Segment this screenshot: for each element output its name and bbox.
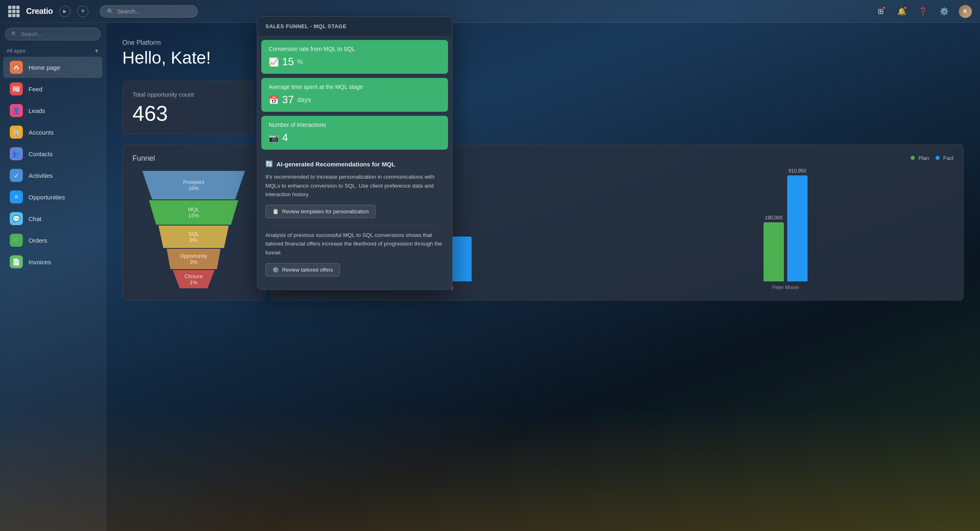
popup-header: SALES FUNNEL - MQL STAGE — [257, 17, 452, 36]
funnel-card[interactable]: Funnel Prospect 16% MQL 15% ↖ SQL 8% — [122, 144, 265, 301]
sidebar-item-label-leads: Leads — [29, 107, 45, 114]
closure-pct: 1% — [190, 279, 198, 285]
sidebar-item-label-opportunities: Opportunities — [29, 194, 65, 201]
notifications-icon[interactable]: 🔔 — [895, 5, 908, 18]
funnel-stage-sql[interactable]: SQL 8% — [154, 226, 234, 248]
sidebar-item-accounts[interactable]: 🏢 Accounts — [3, 122, 102, 143]
sidebar-item-activities[interactable]: ✓ Activities — [3, 165, 102, 186]
sales-funnel-popup[interactable]: SALES FUNNEL - MQL STAGE Conversion rate… — [257, 16, 452, 290]
user-avatar[interactable]: K — [959, 5, 972, 18]
leads-icon: 👤 — [10, 104, 23, 117]
legend-fact-dot — [936, 156, 940, 160]
popup-ai-header: 🔄 AI-generated Recommendations for MQL — [265, 160, 444, 168]
bar-2-fact — [787, 175, 808, 281]
accounts-icon: 🏢 — [10, 126, 23, 139]
sidebar-item-label-invoices: Invoices — [29, 259, 51, 266]
tailored-btn-icon: ⚙️ — [272, 267, 279, 273]
funnel-container: Prospect 16% MQL 15% ↖ SQL 8% Opportunit… — [132, 171, 255, 288]
sidebar-item-contacts[interactable]: 👥 Contacts — [3, 143, 102, 164]
cards-row: Total opportunity count 463 Open opportu… — [122, 81, 964, 134]
sidebar-item-label-contacts: Contacts — [29, 150, 53, 157]
funnel-stage-closure[interactable]: Closure 1% — [170, 270, 217, 288]
closure-label: Closure — [185, 273, 203, 279]
opportunity-count-card[interactable]: Total opportunity count 463 — [122, 81, 253, 134]
search-icon: 🔍 — [107, 8, 114, 15]
notifications-badge — [903, 6, 907, 10]
bar-group-2: 190,000 910,950 Peter Moore — [626, 175, 945, 290]
greeting-subtitle: One Platform — [122, 39, 964, 46]
bar-1-fact — [451, 237, 472, 281]
add-button[interactable]: + — [77, 6, 88, 17]
opportunities-icon: ≡ — [10, 190, 23, 204]
popup-recommendation-2-text: Analysis of previous successful MQL to S… — [265, 231, 444, 257]
app-logo[interactable]: Creatio — [26, 7, 53, 16]
bar-pair-2: 190,000 910,950 — [764, 175, 808, 281]
sidebar-item-label-activities: Activities — [29, 172, 53, 179]
activities-icon: ✓ — [10, 169, 23, 182]
bar-2-fact-value: 910,950 — [788, 168, 806, 174]
mql-label: MQL — [188, 206, 199, 212]
popup-metric-interactions-value: 📷 4 — [269, 131, 441, 144]
sidebar-item-label-feed: Feed — [29, 86, 42, 93]
sidebar-item-chat[interactable]: 💬 Chat — [3, 208, 102, 229]
opportunity-count-value: 463 — [132, 103, 243, 124]
popup-metric-time[interactable]: Average time spent at the MQL stage 📅 37… — [261, 78, 448, 112]
feed-icon: 📰 — [10, 82, 23, 95]
popup-metric-conversion-label: Conversion rate from MQL to SQL — [269, 46, 441, 52]
chat-icon: 💬 — [10, 212, 23, 225]
sidebar-search[interactable]: 🔍 — [5, 28, 101, 40]
bar-2-plan — [764, 222, 784, 281]
mql-pct: 15% — [188, 212, 199, 219]
opportunity-pct: 3% — [190, 259, 198, 265]
home-icon: 🏠 — [10, 61, 23, 74]
dashboard-icon[interactable]: ⊞ — [874, 5, 887, 18]
sidebar-item-invoices[interactable]: 📄 Invoices — [3, 251, 102, 272]
sidebar-item-label-accounts: Accounts — [29, 129, 54, 136]
chart-legend: Plan Fact — [911, 155, 954, 161]
settings-icon[interactable]: ⚙️ — [938, 5, 951, 18]
sidebar-search-input[interactable] — [21, 31, 95, 37]
ai-icon: 🔄 — [265, 160, 273, 168]
prospect-pct: 16% — [188, 185, 199, 191]
interactions-icon: 📷 — [269, 133, 279, 143]
funnel-title: Funnel — [132, 154, 255, 163]
sidebar-section-all-apps[interactable]: All apps ▼ — [0, 45, 106, 56]
bottom-row: Funnel Prospect 16% MQL 15% ↖ SQL 8% — [122, 144, 964, 301]
sidebar-item-home[interactable]: 🏠 Home page — [3, 57, 102, 78]
prospect-label: Prospect — [183, 179, 204, 185]
topbar-search[interactable]: 🔍 — [100, 5, 198, 18]
greeting-title: Hello, Kate! — [122, 48, 964, 68]
opportunity-label: Opportunity — [180, 253, 207, 259]
conversion-unit: % — [297, 58, 303, 66]
play-button[interactable]: ▶ — [59, 6, 71, 17]
funnel-stage-prospect[interactable]: Prospect 16% — [132, 171, 255, 199]
sidebar-item-orders[interactable]: 🛒 Orders — [3, 230, 102, 251]
sidebar-item-label-home: Home page — [29, 64, 60, 71]
sidebar-item-label-orders: Orders — [29, 237, 47, 244]
main-content: One Platform Hello, Kate! Total opportun… — [106, 23, 980, 531]
funnel-stage-mql[interactable]: MQL 15% ↖ — [142, 200, 246, 225]
popup-metric-time-label: Average time spent at the MQL stage — [269, 84, 441, 90]
sql-label: SQL — [188, 231, 199, 237]
sidebar-item-label-chat: Chat — [29, 215, 42, 222]
contacts-icon: 👥 — [10, 147, 23, 160]
sidebar-item-feed[interactable]: 📰 Feed — [3, 78, 102, 100]
review-tailored-offers-button[interactable]: ⚙️ Review tailored offers — [265, 263, 340, 277]
dashboard-badge — [882, 6, 886, 10]
sidebar-item-opportunities[interactable]: ≡ Opportunities — [3, 186, 102, 208]
popup-divider — [274, 225, 436, 225]
sidebar-item-leads[interactable]: 👤 Leads — [3, 100, 102, 121]
time-icon: 📅 — [269, 95, 279, 105]
grid-icon[interactable] — [8, 6, 20, 17]
topbar-search-input[interactable] — [117, 8, 191, 15]
templates-btn-icon: 📋 — [272, 208, 279, 215]
review-templates-button[interactable]: 📋 Review templates for personalization — [265, 205, 375, 218]
bar-2-plan-value: 190,000 — [765, 215, 782, 221]
help-icon[interactable]: ❓ — [916, 5, 929, 18]
popup-ai-section: 🔄 AI-generated Recommendations for MQL I… — [257, 154, 452, 290]
popup-metric-conversion[interactable]: Conversion rate from MQL to SQL 📈 15 % — [261, 40, 448, 74]
topbar: Creatio ▶ + 🔍 ⊞ 🔔 ❓ ⚙️ K — [0, 0, 980, 23]
funnel-stage-opportunity[interactable]: Opportunity 3% — [163, 249, 224, 269]
opportunity-count-label: Total opportunity count — [132, 91, 243, 98]
popup-metric-interactions[interactable]: Number of interactions 📷 4 — [261, 116, 448, 150]
